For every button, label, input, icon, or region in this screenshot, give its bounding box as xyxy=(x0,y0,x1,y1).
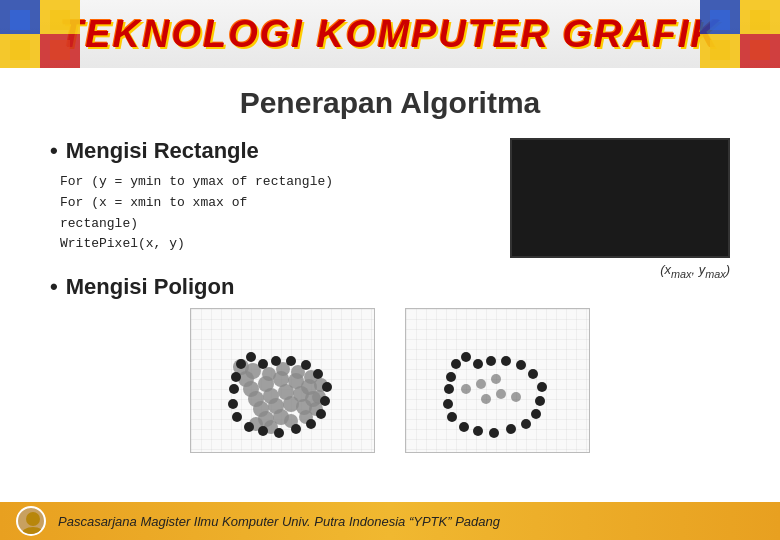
svg-point-62 xyxy=(244,422,254,432)
svg-point-57 xyxy=(316,409,326,419)
svg-point-65 xyxy=(229,384,239,394)
code-line-2: For (x = xmin to xmax of xyxy=(60,193,490,214)
svg-point-60 xyxy=(274,428,284,438)
polygon-svg-right xyxy=(406,309,590,453)
code-line-3: rectangle) xyxy=(60,214,490,235)
svg-point-68 xyxy=(451,359,461,369)
svg-point-81 xyxy=(473,426,483,436)
svg-rect-6 xyxy=(10,40,30,60)
svg-point-92 xyxy=(26,512,40,526)
polygon-svg-left xyxy=(191,309,375,453)
svg-point-80 xyxy=(489,428,499,438)
svg-point-82 xyxy=(459,422,469,432)
svg-point-63 xyxy=(232,412,242,422)
svg-point-54 xyxy=(313,369,323,379)
bullet-dot: • xyxy=(50,138,58,164)
svg-point-36 xyxy=(262,367,276,381)
rectangle-row: • Mengisi Rectangle For (y = ymin to yma… xyxy=(50,138,730,258)
svg-point-87 xyxy=(476,379,486,389)
svg-point-76 xyxy=(535,396,545,406)
svg-point-53 xyxy=(301,360,311,370)
svg-point-77 xyxy=(531,409,541,419)
code-block: For (y = ymin to ymax of rectangle) For … xyxy=(60,172,490,255)
svg-point-51 xyxy=(271,356,281,366)
footer-text: Pascasarjana Magister Ilmu Komputer Univ… xyxy=(58,514,500,529)
svg-point-61 xyxy=(258,426,268,436)
header-title: TEKNOLOGI KOMPUTER GRAFIK xyxy=(60,13,720,56)
svg-point-71 xyxy=(486,356,496,366)
svg-point-85 xyxy=(444,384,454,394)
rectangle-visual xyxy=(510,138,730,258)
svg-point-93 xyxy=(21,527,45,536)
code-line-4: WritePixel(x, y) xyxy=(60,234,490,255)
svg-point-74 xyxy=(528,369,538,379)
svg-point-48 xyxy=(236,359,246,369)
svg-point-56 xyxy=(320,396,330,406)
svg-point-91 xyxy=(511,392,521,402)
svg-rect-12 xyxy=(750,10,770,30)
svg-point-84 xyxy=(443,399,453,409)
svg-marker-2 xyxy=(0,34,40,68)
header-bar: TEKNOLOGI KOMPUTER GRAFIK xyxy=(0,0,780,68)
polygon-title: • Mengisi Poligon xyxy=(50,274,730,300)
svg-rect-14 xyxy=(750,40,770,60)
svg-point-86 xyxy=(461,384,471,394)
footer-avatar xyxy=(16,506,46,536)
svg-rect-4 xyxy=(10,10,30,30)
svg-point-90 xyxy=(496,389,506,399)
polygon-label: Mengisi Poligon xyxy=(66,274,235,300)
svg-point-79 xyxy=(506,424,516,434)
svg-point-83 xyxy=(447,412,457,422)
svg-point-89 xyxy=(481,394,491,404)
svg-point-50 xyxy=(258,359,268,369)
rectangle-section: • Mengisi Rectangle For (y = ymin to yma… xyxy=(50,138,730,258)
code-line-1: For (y = ymin to ymax of rectangle) xyxy=(60,172,490,193)
svg-point-59 xyxy=(291,424,301,434)
svg-point-52 xyxy=(286,356,296,366)
rect-container: (xmin, ymin) (xmax, ymax) xyxy=(510,168,730,258)
svg-point-88 xyxy=(491,374,501,384)
polygon-bullet: • xyxy=(50,274,58,300)
svg-point-73 xyxy=(516,360,526,370)
page-title: Penerapan Algoritma xyxy=(50,86,730,120)
svg-point-75 xyxy=(537,382,547,392)
svg-point-69 xyxy=(461,352,471,362)
svg-point-58 xyxy=(306,419,316,429)
footer: Pascasarjana Magister Ilmu Komputer Univ… xyxy=(0,502,780,540)
rectangle-title: • Mengisi Rectangle xyxy=(50,138,490,164)
svg-point-47 xyxy=(231,372,241,382)
svg-point-49 xyxy=(246,352,256,362)
svg-point-64 xyxy=(228,399,238,409)
polygon-grid-left xyxy=(190,308,375,453)
polygon-images xyxy=(50,308,730,453)
svg-marker-8 xyxy=(740,0,780,34)
svg-marker-10 xyxy=(740,34,780,68)
content-area: Penerapan Algoritma • Mengisi Rectangle … xyxy=(0,68,780,502)
coord-bottom-label: (xmax, ymax) xyxy=(660,262,730,280)
code-area: • Mengisi Rectangle For (y = ymin to yma… xyxy=(50,138,490,255)
svg-point-72 xyxy=(501,356,511,366)
polygon-section: • Mengisi Poligon xyxy=(50,274,730,453)
svg-point-55 xyxy=(322,382,332,392)
rectangle-label: Mengisi Rectangle xyxy=(66,138,259,164)
svg-point-78 xyxy=(521,419,531,429)
svg-point-70 xyxy=(473,359,483,369)
svg-point-67 xyxy=(446,372,456,382)
polygon-grid-right xyxy=(405,308,590,453)
avatar-icon xyxy=(18,508,46,536)
svg-marker-0 xyxy=(0,0,40,34)
